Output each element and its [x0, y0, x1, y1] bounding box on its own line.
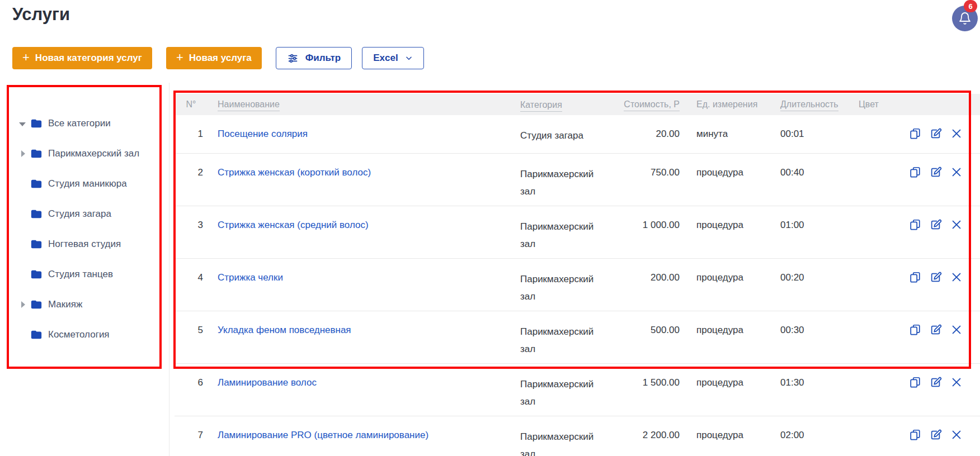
expand-arrow-icon	[19, 210, 27, 218]
edit-button[interactable]	[930, 127, 942, 140]
expand-arrow-icon	[19, 180, 27, 188]
copy-button[interactable]	[909, 271, 921, 283]
column-header-category[interactable]: Категория	[520, 100, 562, 112]
delete-button[interactable]	[950, 218, 963, 231]
copy-button[interactable]	[909, 218, 921, 231]
category-tree-item[interactable]: Студия танцев	[19, 259, 153, 289]
category-tree-item-label: Макияж	[48, 299, 82, 310]
edit-button[interactable]	[930, 376, 942, 388]
service-name-link[interactable]: Ламинирование PRO (цветное ламинирование…	[218, 430, 428, 440]
new-service-button[interactable]: + Новая услуга	[166, 47, 262, 69]
service-name-link[interactable]: Стрижка женская (средний волос)	[218, 220, 369, 230]
copy-button[interactable]	[909, 324, 921, 336]
delete-button[interactable]	[950, 271, 963, 283]
service-category: Парикмахерский зал	[520, 376, 590, 410]
new-category-button[interactable]: + Новая категория услуг	[12, 47, 152, 69]
folder-icon	[30, 268, 43, 281]
filter-button[interactable]: Фильтр	[276, 47, 352, 69]
service-unit: процедура	[680, 165, 769, 200]
table-row: 1 Посещение солярия Студия загара 20.00 …	[175, 115, 980, 153]
table-row: 4 Стрижка челки Парикмахерский зал 200.0…	[175, 258, 980, 311]
column-header-price[interactable]: Стоимость, Р	[624, 99, 680, 111]
service-category: Парикмахерский зал	[520, 428, 590, 456]
service-color	[859, 165, 909, 200]
table-row: 6 Ламинирование волос Парикмахерский зал…	[175, 363, 980, 416]
category-tree-item[interactable]: Студия загара	[19, 199, 153, 229]
category-tree-item-label: Ногтевая студия	[48, 239, 121, 250]
copy-button[interactable]	[909, 166, 921, 178]
delete-button[interactable]	[950, 376, 963, 388]
column-header-duration[interactable]: Длительность	[780, 99, 838, 111]
category-tree-item-label: Все категории	[48, 118, 111, 129]
category-tree-item[interactable]: Парикмахерский зал	[19, 139, 153, 169]
category-tree-item-label: Студия загара	[48, 208, 111, 220]
category-tree-item[interactable]: Макияж	[19, 289, 153, 320]
delete-button[interactable]	[950, 324, 963, 336]
category-tree-item[interactable]: Ногтевая студия	[19, 229, 153, 259]
page-title: Услуги	[12, 4, 70, 25]
service-name-link[interactable]: Посещение солярия	[218, 129, 308, 139]
folder-icon	[30, 208, 43, 220]
expand-arrow-icon[interactable]	[19, 301, 27, 308]
folder-icon	[30, 329, 43, 341]
plus-icon: +	[22, 51, 30, 64]
category-tree-item-label: Студия маникюра	[48, 178, 127, 189]
delete-x-icon	[950, 271, 963, 283]
bell-icon	[958, 12, 972, 25]
service-name-link[interactable]: Ламинирование волос	[218, 377, 317, 388]
expand-arrow-icon	[19, 270, 27, 278]
service-category: Парикмахерский зал	[520, 218, 590, 253]
service-number: 4	[179, 270, 204, 305]
service-category: Парикмахерский зал	[520, 270, 590, 305]
service-number: 5	[179, 323, 204, 358]
expand-arrow-icon	[19, 240, 27, 248]
service-duration: 01:30	[769, 376, 859, 410]
service-unit: процедура	[680, 218, 769, 253]
expand-arrow-icon[interactable]	[19, 150, 27, 158]
copy-button[interactable]	[909, 127, 921, 140]
service-name-link[interactable]: Стрижка челки	[218, 272, 283, 283]
category-tree-item[interactable]: Все категории	[19, 108, 153, 139]
service-color	[859, 218, 909, 253]
edit-button[interactable]	[930, 271, 942, 283]
service-name-link[interactable]: Стрижка женская (короткий волос)	[218, 167, 371, 178]
folder-icon	[30, 238, 43, 250]
services-page: Услуги 6 + Новая категория услуг + Новая…	[0, 0, 980, 456]
service-price: 2 200.00	[590, 428, 680, 456]
copy-icon	[909, 271, 921, 283]
edit-button[interactable]	[930, 218, 942, 231]
service-price: 750.00	[590, 165, 680, 200]
copy-button[interactable]	[909, 429, 921, 441]
delete-button[interactable]	[950, 166, 963, 178]
copy-icon	[909, 127, 921, 140]
table-row: 2 Стрижка женская (короткий волос) Парик…	[175, 153, 980, 206]
delete-x-icon	[950, 376, 963, 388]
edit-button[interactable]	[930, 429, 942, 441]
service-category: Парикмахерский зал	[520, 165, 590, 200]
service-duration: 02:00	[769, 428, 859, 456]
edit-icon	[930, 166, 942, 178]
excel-export-button[interactable]: Excel	[362, 47, 423, 69]
category-tree-item[interactable]: Студия маникюра	[19, 169, 153, 199]
edit-button[interactable]	[930, 166, 942, 178]
column-header-name[interactable]: Наименование	[218, 99, 280, 111]
service-unit: процедура	[680, 270, 769, 305]
service-number: 7	[179, 428, 204, 456]
service-duration: 01:00	[769, 218, 859, 253]
delete-button[interactable]	[950, 127, 963, 140]
expand-arrow-icon[interactable]	[19, 120, 27, 127]
service-unit: процедура	[680, 323, 769, 358]
delete-button[interactable]	[950, 429, 963, 441]
column-header-unit: Ед. измерения	[696, 99, 757, 109]
category-tree-item-label: Парикмахерский зал	[48, 148, 139, 159]
service-color	[859, 323, 909, 358]
copy-icon	[909, 429, 921, 441]
category-tree-item[interactable]: Косметология	[19, 320, 153, 350]
category-tree: Все категории Парикмахерский зал Студия …	[19, 108, 153, 350]
copy-button[interactable]	[909, 376, 921, 388]
service-category: Парикмахерский зал	[520, 323, 590, 358]
edit-button[interactable]	[930, 324, 942, 336]
edit-icon	[930, 376, 942, 388]
service-color	[859, 270, 909, 305]
service-name-link[interactable]: Укладка феном повседневная	[218, 325, 351, 335]
